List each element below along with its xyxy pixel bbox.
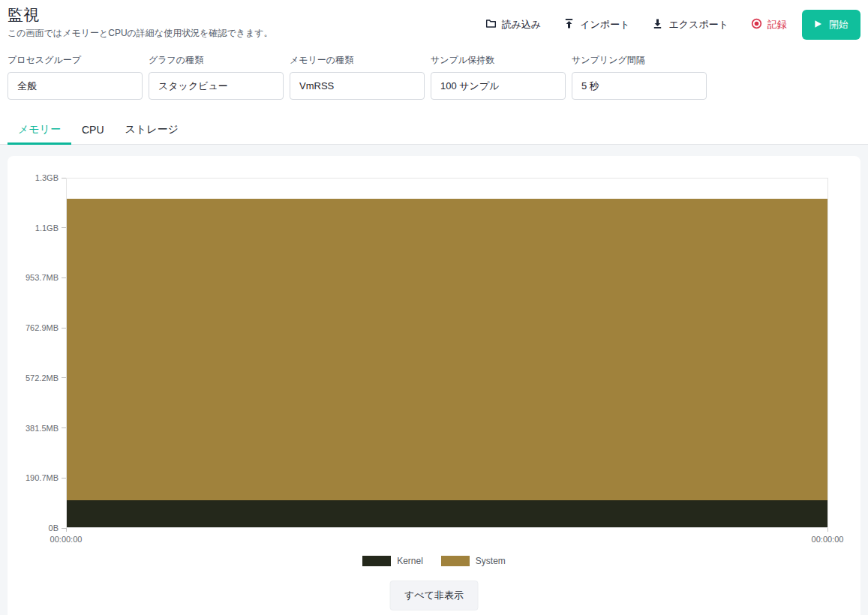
filter-graph-type-label: グラフの種類 bbox=[149, 54, 284, 67]
legend-item-label: System bbox=[476, 556, 506, 566]
import-button-label: インポート bbox=[580, 18, 629, 32]
chart-card: 1.3GB 1.1GB 953.7MB 762.9MB 572.2MB 381.… bbox=[8, 156, 860, 615]
filter-sample-retention: サンプル保持数 100 サンプル bbox=[431, 54, 566, 100]
area-system[interactable] bbox=[67, 199, 827, 500]
filter-sample-retention-label: サンプル保持数 bbox=[431, 54, 566, 67]
legend-item-kernel[interactable]: Kernel bbox=[362, 556, 423, 566]
filter-memory-type: メモリーの種類 VmRSS bbox=[290, 54, 425, 100]
area-kernel[interactable] bbox=[67, 500, 827, 527]
kernel-swatch bbox=[362, 556, 391, 566]
filter-process-group-label: プロセスグループ bbox=[8, 54, 143, 67]
process-group-select[interactable]: 全般 bbox=[8, 72, 143, 100]
filter-sampling-interval-label: サンプリング間隔 bbox=[572, 54, 707, 67]
load-button-label: 読み込み bbox=[502, 18, 542, 32]
plot-area bbox=[66, 178, 828, 528]
record-button[interactable]: 記録 bbox=[743, 12, 794, 38]
y-axis-tick: 190.7MB bbox=[8, 473, 66, 482]
y-axis-tick: 1.3GB bbox=[8, 173, 66, 182]
filter-memory-type-label: メモリーの種類 bbox=[290, 54, 425, 67]
y-axis-tick: 762.9MB bbox=[8, 323, 66, 332]
filter-graph-type: グラフの種類 スタックビュー bbox=[149, 54, 284, 100]
legend-item-label: Kernel bbox=[397, 556, 423, 566]
tab-memory[interactable]: メモリー bbox=[8, 116, 71, 145]
y-axis-tick: 1.1GB bbox=[8, 224, 66, 232]
y-axis-tick: 953.7MB bbox=[8, 273, 66, 282]
record-icon bbox=[751, 18, 762, 32]
header-toolbar: 読み込み インポート エクスポート 記録 開始 bbox=[478, 10, 860, 40]
tab-bar: メモリー CPU ストレージ bbox=[0, 116, 868, 145]
x-axis-label-right: 00:00:00 bbox=[812, 535, 844, 544]
page-content: 1.3GB 1.1GB 953.7MB 762.9MB 572.2MB 381.… bbox=[0, 145, 868, 615]
folder-icon bbox=[485, 18, 497, 32]
y-axis-tick: 0B bbox=[8, 524, 66, 532]
legend-item-system[interactable]: System bbox=[441, 556, 506, 566]
play-icon bbox=[814, 20, 822, 31]
download-icon bbox=[652, 18, 663, 32]
export-button[interactable]: エクスポート bbox=[644, 12, 736, 38]
filter-sampling-interval: サンプリング間隔 5 秒 bbox=[572, 54, 707, 100]
chart-legend: Kernel System bbox=[8, 556, 860, 566]
filter-process-group: プロセスグループ 全般 bbox=[8, 54, 143, 100]
hide-all-button[interactable]: すべて非表示 bbox=[389, 580, 479, 610]
filter-row: プロセスグループ 全般 グラフの種類 スタックビュー メモリーの種類 VmRSS… bbox=[8, 54, 707, 100]
x-axis-label-left: 00:00:00 bbox=[50, 535, 83, 544]
page-subtitle: この画面ではメモリーとCPUの詳細な使用状況を確認できます。 bbox=[8, 27, 273, 40]
x-axis-tick-mark bbox=[827, 528, 828, 532]
y-axis-tick: 572.2MB bbox=[8, 374, 66, 382]
export-button-label: エクスポート bbox=[668, 18, 728, 32]
system-swatch bbox=[441, 556, 470, 566]
record-button-label: 記録 bbox=[767, 18, 787, 32]
load-button[interactable]: 読み込み bbox=[478, 12, 549, 38]
memory-type-select[interactable]: VmRSS bbox=[290, 72, 425, 100]
start-button[interactable]: 開始 bbox=[802, 10, 860, 40]
start-button-label: 開始 bbox=[829, 18, 848, 32]
y-axis-tick: 381.5MB bbox=[8, 424, 66, 433]
upload-icon bbox=[563, 18, 575, 32]
sampling-interval-select[interactable]: 5 秒 bbox=[572, 72, 707, 100]
sample-retention-select[interactable]: 100 サンプル bbox=[431, 72, 566, 100]
import-button[interactable]: インポート bbox=[556, 12, 637, 38]
tab-cpu[interactable]: CPU bbox=[71, 116, 115, 145]
x-axis-tick-mark bbox=[66, 528, 67, 532]
page-title: 監視 bbox=[8, 4, 273, 25]
page-header: 監視 この画面ではメモリーとCPUの詳細な使用状況を確認できます。 bbox=[8, 4, 273, 40]
graph-type-select[interactable]: スタックビュー bbox=[149, 72, 284, 100]
tab-storage[interactable]: ストレージ bbox=[115, 116, 189, 145]
